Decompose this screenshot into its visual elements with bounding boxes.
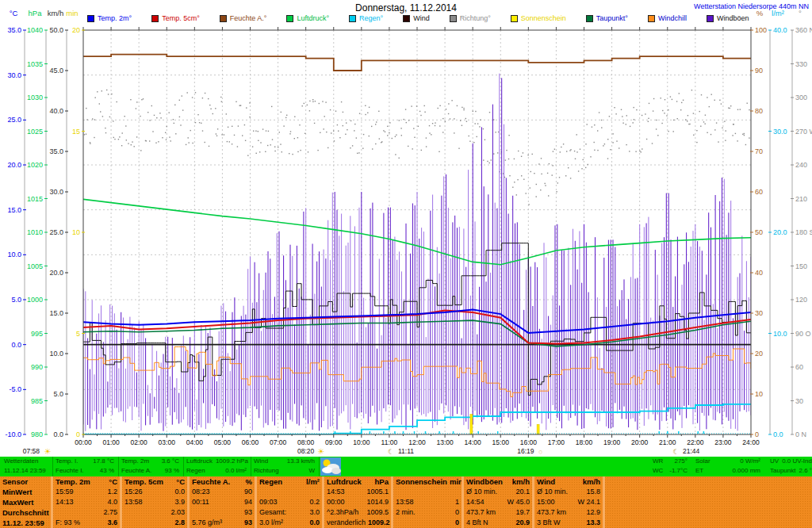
svg-text:0.0: 0.0 <box>53 430 63 438</box>
table-cell-value: 12.9 <box>586 507 600 518</box>
legend-item-windchill[interactable]: Windchill <box>648 14 687 22</box>
svg-text:16:00: 16:00 <box>520 438 538 446</box>
svg-text:90: 90 <box>755 67 763 75</box>
svg-text:210: 210 <box>795 195 807 203</box>
table-cell-value: 0.2 <box>309 497 320 507</box>
legend-swatch-icon <box>511 15 518 22</box>
table-row-label: 11.12. 23:59 <box>0 518 51 528</box>
status-label: Wind <box>254 457 268 466</box>
svg-text:90 O: 90 O <box>795 330 811 338</box>
svg-text:13:00: 13:00 <box>436 438 454 446</box>
svg-text:120: 120 <box>795 296 807 304</box>
table-cell-value: 2.8 <box>174 518 185 528</box>
status-value: 1009.2 hPa <box>216 457 248 466</box>
status-label: WC <box>653 466 663 476</box>
status-value: 0.0 UV-Index <box>782 457 812 466</box>
legend-item-regen[interactable]: Regen° <box>349 14 383 22</box>
svg-text:100: 100 <box>755 26 767 34</box>
table-cell: Gesamt:3.0 <box>257 507 322 518</box>
table-cell-value: W 45.0 <box>507 497 530 507</box>
table-cell-value: 4.0 <box>107 497 117 507</box>
svg-text:18:00: 18:00 <box>576 438 593 446</box>
table-cell: 2.75 <box>53 507 120 518</box>
table-cell: 13:581 <box>393 497 462 507</box>
legend-item-feuchte-a[interactable]: Feuchte A.° <box>220 14 267 22</box>
svg-text:-10.0: -10.0 <box>5 430 21 438</box>
svg-text:1040: 1040 <box>27 26 43 34</box>
axis-left-min: 20151050min <box>66 9 85 438</box>
page-title: Donnerstag, 11.12.2014 <box>0 2 812 13</box>
table-cell: 3.0 l/m²0.0 <box>257 518 322 528</box>
status-label: Temp. 2m <box>121 457 149 466</box>
svg-text:00:00: 00:00 <box>75 438 92 446</box>
table-cell: 2 min.0 <box>393 507 462 518</box>
svg-text:23:00: 23:00 <box>714 438 732 446</box>
status-cell-solar-et: Solar0 W/m²ET0.000 mm <box>693 457 763 476</box>
table-cell: 14:54W 45.0 <box>464 497 532 507</box>
svg-text:30: 30 <box>755 309 763 317</box>
sun-moon-annotations: 08:20☀11:11☾16:19○21:44☾07:58☀ <box>23 447 700 456</box>
svg-text:1035: 1035 <box>27 60 43 68</box>
table-cell-value: 94 <box>244 497 252 507</box>
svg-text:5.0: 5.0 <box>53 390 63 398</box>
svg-text:40: 40 <box>755 269 763 277</box>
status-value: 3.6 °C <box>162 457 179 466</box>
legend-swatch-icon <box>220 15 227 22</box>
table-header-name: Sonnenschein <box>396 476 447 487</box>
table-cell-value: W 24.1 <box>577 497 600 507</box>
table-cell: 2.03 <box>122 507 187 518</box>
svg-text:990: 990 <box>31 363 43 371</box>
legend-label: Sonnenschein <box>521 14 566 22</box>
table-cell-label: 13:58 <box>396 497 414 507</box>
table-cell: 15:260.0 <box>122 487 187 497</box>
legend-item-temp-2m[interactable]: Temp. 2m° <box>87 14 132 22</box>
table-cell-label: 473.7 km <box>537 507 566 518</box>
table-cell-label: 00:11 <box>192 497 209 507</box>
table-cell-value: 1009.2 <box>368 518 390 528</box>
legend-item-wind[interactable]: Wind <box>403 14 430 22</box>
svg-text:60: 60 <box>755 188 763 196</box>
status-value: 0 W/m² <box>740 457 760 466</box>
legend-label: Regen° <box>359 14 383 22</box>
legend-item-windb-en[interactable]: Windböen <box>707 14 749 22</box>
axis-left-hpa: 1040103510301025102010151010100510009959… <box>27 9 48 438</box>
svg-text:35.0: 35.0 <box>7 26 21 34</box>
svg-text:20.0: 20.0 <box>773 228 787 236</box>
table-cell-label: Ø 10 min. <box>537 487 568 497</box>
series-taupunkt <box>83 320 751 346</box>
table-cell-value: 1 <box>455 497 459 507</box>
svg-text:45.0: 45.0 <box>49 67 63 75</box>
legend-item-luftdruck[interactable]: Luftdruck° <box>286 14 329 22</box>
table-cell-value: 13.3 <box>586 518 600 528</box>
legend-label: Richtung° <box>460 14 491 22</box>
legend-item-taupunkt[interactable]: Taupunkt° <box>586 14 628 22</box>
table-cell-label: 14:53 <box>327 487 345 497</box>
svg-text:1030: 1030 <box>27 94 43 101</box>
table-row-label: MaxWert <box>0 497 51 507</box>
legend-item-temp-5cm[interactable]: Temp. 5cm° <box>151 14 200 22</box>
legend-item-sonnenschein[interactable]: Sonnenschein <box>511 14 566 22</box>
svg-text:0: 0 <box>76 430 80 438</box>
svg-text:30.0: 30.0 <box>49 188 63 196</box>
table-cell-label: 00:00 <box>327 497 345 507</box>
svg-text:35.0: 35.0 <box>49 147 63 155</box>
svg-text:0: 0 <box>755 430 759 438</box>
table-cell-label: 15:59 <box>56 487 74 497</box>
sun-cloud-icon <box>320 457 341 476</box>
svg-text:15: 15 <box>72 128 80 136</box>
axis-left-c: 35.030.025.020.015.010.05.00.0-5.0-10.0°… <box>5 9 26 438</box>
status-cell-indoor: Temp. I.17.8 °CFeuchte I.43 % <box>52 457 117 476</box>
table-cell-label: F: 93 % <box>56 518 80 528</box>
table-cell: 5.76 g/m³93 <box>190 518 255 528</box>
svg-text:980: 980 <box>31 430 43 438</box>
svg-text:240: 240 <box>795 161 807 169</box>
legend-item-richtung[interactable]: Richtung° <box>450 14 491 22</box>
legend-label: Luftdruck° <box>297 14 329 22</box>
status-value: 93 % <box>165 466 179 476</box>
table-cell-value: 19.7 <box>515 507 530 518</box>
table-cell-label: 08:23 <box>192 487 210 497</box>
table-cell: F: 93 %3.6 <box>53 518 120 528</box>
table-header-unit: °C <box>176 476 185 487</box>
plot-border <box>83 30 751 434</box>
legend-swatch-icon <box>349 15 356 22</box>
